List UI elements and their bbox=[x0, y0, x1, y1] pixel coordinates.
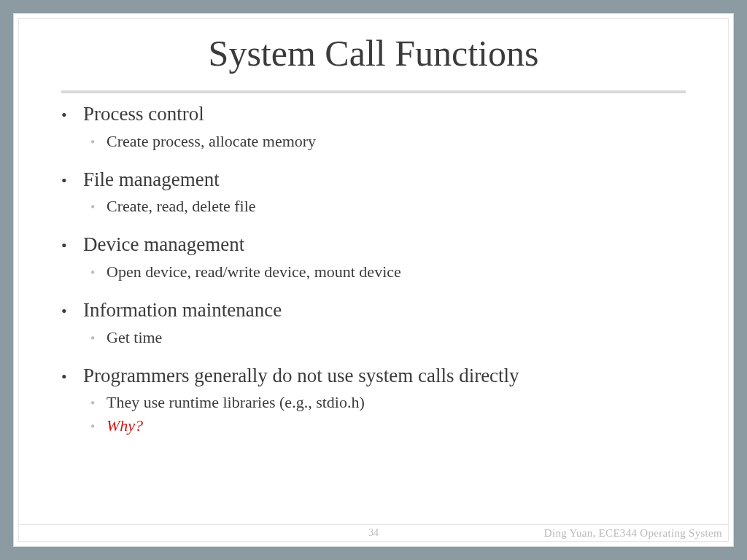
course-label: Ding Yuan, ECE344 Operating System bbox=[544, 527, 722, 540]
slide-outer-border: System Call Functions •Process control•C… bbox=[13, 13, 734, 547]
sub-bullet-dot-icon: • bbox=[90, 263, 107, 282]
sub-bullet-item: •Open device, read/write device, mount d… bbox=[90, 260, 686, 284]
bullet-dot-icon: • bbox=[61, 171, 83, 191]
top-bullet-text: Process control bbox=[83, 102, 204, 127]
sub-bullet-text: Open device, read/write device, mount de… bbox=[107, 260, 401, 284]
sub-bullet-list: •Create process, allocate memory bbox=[61, 130, 686, 153]
sub-bullet-dot-icon: • bbox=[90, 133, 107, 152]
slide-content: System Call Functions •Process control•C… bbox=[18, 18, 729, 542]
top-bullet-text: File management bbox=[83, 168, 220, 192]
bullet-dot-icon: • bbox=[61, 236, 83, 256]
sub-bullet-dot-icon: • bbox=[90, 329, 107, 348]
sub-bullet-text: Why? bbox=[107, 414, 143, 438]
bullet-dot-icon: • bbox=[61, 367, 83, 387]
sub-bullet-item: •Create, read, delete file bbox=[90, 195, 686, 218]
sub-bullet-item: •Create process, allocate memory bbox=[90, 130, 686, 153]
bullet-dot-icon: • bbox=[61, 105, 83, 125]
sub-bullet-item: •Why? bbox=[90, 414, 686, 438]
sub-bullet-list: •They use runtime libraries (e.g., stdio… bbox=[61, 391, 686, 438]
sub-bullet-dot-icon: • bbox=[90, 417, 107, 436]
sub-bullet-list: •Create, read, delete file bbox=[61, 195, 686, 218]
top-bullet-item: •Programmers generally do not use system… bbox=[61, 364, 686, 438]
sub-bullet-list: •Open device, read/write device, mount d… bbox=[61, 260, 686, 284]
top-bullet-item: •Information maintenance•Get time bbox=[61, 298, 686, 349]
title-divider bbox=[61, 90, 686, 93]
top-bullet-text: Device management bbox=[83, 233, 244, 257]
top-bullet-row: •File management bbox=[61, 168, 686, 192]
slide-frame: System Call Functions •Process control•C… bbox=[0, 0, 747, 560]
top-bullet-item: •File management•Create, read, delete fi… bbox=[61, 168, 686, 219]
sub-bullet-text: Create process, allocate memory bbox=[107, 130, 316, 153]
slide-title: System Call Functions bbox=[61, 32, 686, 74]
sub-bullet-dot-icon: • bbox=[90, 394, 107, 413]
slide-footer: 34 Ding Yuan, ECE344 Operating System bbox=[19, 524, 728, 541]
sub-bullet-text: They use runtime libraries (e.g., stdio.… bbox=[107, 391, 365, 414]
top-bullet-row: •Process control bbox=[61, 102, 686, 127]
top-bullet-text: Programmers generally do not use system … bbox=[83, 364, 519, 389]
sub-bullet-list: •Get time bbox=[61, 326, 686, 349]
top-bullet-text: Information maintenance bbox=[83, 298, 282, 323]
top-bullet-row: •Device management bbox=[61, 233, 686, 257]
top-bullet-row: •Information maintenance bbox=[61, 298, 686, 323]
bullet-list: •Process control•Create process, allocat… bbox=[61, 102, 686, 438]
top-bullet-item: •Process control•Create process, allocat… bbox=[61, 102, 686, 153]
sub-bullet-text: Get time bbox=[107, 326, 162, 349]
top-bullet-row: •Programmers generally do not use system… bbox=[61, 364, 686, 389]
title-block: System Call Functions bbox=[61, 19, 686, 90]
sub-bullet-text: Create, read, delete file bbox=[107, 195, 256, 218]
bullet-dot-icon: • bbox=[61, 301, 83, 322]
sub-bullet-item: •They use runtime libraries (e.g., stdio… bbox=[90, 391, 686, 414]
sub-bullet-item: •Get time bbox=[90, 326, 686, 349]
sub-bullet-dot-icon: • bbox=[90, 198, 107, 217]
top-bullet-item: •Device management•Open device, read/wri… bbox=[61, 233, 686, 284]
